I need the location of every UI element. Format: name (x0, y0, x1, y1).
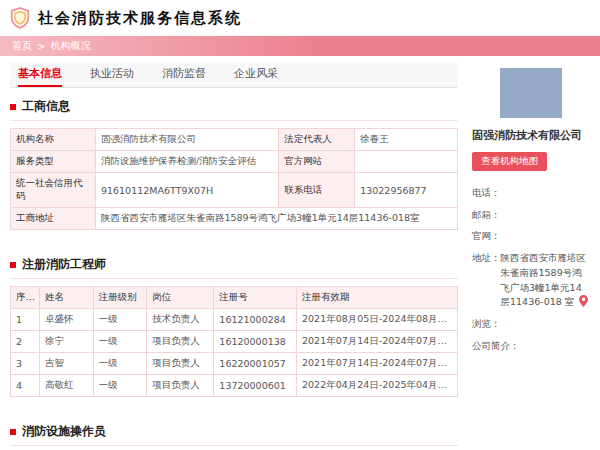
engineers-table: 序号姓名注册级别岗位注册号注册有效期1卓盛怀一级技术负责人16121000284… (10, 286, 458, 397)
address-value: 陕西省西安市雁塔区朱雀南路1589号鸿飞广场3幢1单元14层11436-018 … (501, 251, 591, 310)
company-logo (500, 68, 562, 118)
views-label: 浏览： (472, 317, 501, 332)
operators-section-header: 消防设施操作员 (10, 423, 458, 446)
column-header: 序号 (11, 287, 40, 309)
table-row: 服务类型消防设施维护保养检测/消防安全评估官方网站 (11, 151, 458, 173)
table-cell: 技术负责人 (147, 309, 214, 331)
breadcrumb: 首页 > 机构概况 (0, 36, 600, 56)
app-title: 社会消防技术服务信息系统 (38, 9, 242, 28)
table-cell: 消防设施维护保养检测/消防安全评估 (95, 151, 278, 173)
app-header: 社会消防技术服务信息系统 (0, 0, 600, 36)
main-content: 基本信息 执业活动 消防监督 企业风采 工商信息 机构名称固强消防技术有限公司法… (10, 62, 458, 450)
company-profile-field: 公司简介： (472, 339, 590, 354)
table-row: 2徐宁一级项目负责人161200001382021年07月14日-2024年07… (11, 331, 458, 353)
operators-section-title: 消防设施操作员 (22, 423, 106, 440)
section-bullet-icon (10, 104, 16, 110)
table-cell: 2 (11, 331, 40, 353)
table-row: 统一社会信用代码91610112MA6TT9X07H联系电话1302295687… (11, 173, 458, 208)
table-header-row: 序号姓名注册级别岗位注册号注册有效期 (11, 287, 458, 309)
table-cell: 2021年08月05日-2024年08月05日 (297, 309, 458, 331)
field-label-cell: 法定代表人 (279, 129, 355, 151)
map-pin-icon[interactable] (579, 295, 588, 307)
table-row: 4高敬红一级项目负责人137200006012022年04月24日-2025年0… (11, 375, 458, 397)
table-row: 机构名称固强消防技术有限公司法定代表人徐春王 (11, 129, 458, 151)
table-cell: 一级 (93, 375, 147, 397)
business-info-table: 机构名称固强消防技术有限公司法定代表人徐春王服务类型消防设施维护保养检测/消防安… (10, 128, 458, 230)
tab-bar: 基本信息 执业活动 消防监督 企业风采 (10, 62, 458, 88)
table-cell: 卓盛怀 (40, 309, 94, 331)
field-label-cell: 统一社会信用代码 (11, 173, 96, 208)
table-cell: 16220001057 (214, 353, 297, 375)
breadcrumb-separator: > (37, 41, 45, 52)
website-field: 官网： (472, 229, 590, 244)
email-field: 邮箱： (472, 208, 590, 223)
tab-basic-info[interactable]: 基本信息 (18, 62, 62, 87)
section-bullet-icon (10, 262, 16, 268)
table-row: 3吉智一级项目负责人162200010572021年07月14日-2024年07… (11, 353, 458, 375)
table-cell: 徐宁 (40, 331, 94, 353)
table-cell: 2021年07月14日-2024年07月14日 (297, 353, 458, 375)
breadcrumb-current: 机构概况 (50, 39, 90, 53)
table-cell: 2021年07月14日-2024年07月14日 (297, 331, 458, 353)
business-info-section: 工商信息 机构名称固强消防技术有限公司法定代表人徐春王服务类型消防设施维护保养检… (10, 98, 458, 230)
engineers-section: 注册消防工程师 序号姓名注册级别岗位注册号注册有效期1卓盛怀一级技术负责人161… (10, 256, 458, 397)
table-row: 1卓盛怀一级技术负责人161210002842021年08月05日-2024年0… (11, 309, 458, 331)
table-cell: 一级 (93, 309, 147, 331)
column-header: 姓名 (40, 287, 94, 309)
table-cell: 16120000138 (214, 331, 297, 353)
table-cell: 吉智 (40, 353, 94, 375)
shield-logo-icon (10, 7, 30, 29)
address-field: 地址： 陕西省西安市雁塔区朱雀南路1589号鸿飞广场3幢1单元14层11436-… (472, 251, 590, 310)
email-label: 邮箱： (472, 208, 501, 223)
engineers-section-header: 注册消防工程师 (10, 256, 458, 279)
website-label: 官网： (472, 229, 501, 244)
table-cell: 项目负责人 (147, 353, 214, 375)
tab-fire-supervision[interactable]: 消防监督 (162, 62, 206, 87)
operators-section: 消防设施操作员 序号姓名职业资格证书证书编号职业资格创建日期1戴文强四级/中级技… (10, 423, 458, 450)
table-cell: 一级 (93, 353, 147, 375)
field-label-cell: 机构名称 (11, 129, 96, 151)
table-row: 工商地址陕西省西安市雁塔区朱雀南路1589号鸿飞广场3幢1单元14层11436-… (11, 208, 458, 230)
address-text: 陕西省西安市雁塔区朱雀南路1589号鸿飞广场3幢1单元14层11436-018 … (501, 252, 587, 307)
phone-field: 电话： (472, 186, 590, 201)
phone-label: 电话： (472, 186, 501, 201)
table-cell: 16121000284 (214, 309, 297, 331)
table-cell: 项目负责人 (147, 375, 214, 397)
table-cell (355, 151, 458, 173)
table-cell: 固强消防技术有限公司 (95, 129, 278, 151)
column-header: 岗位 (147, 287, 214, 309)
column-header: 注册级别 (93, 287, 147, 309)
field-label-cell: 工商地址 (11, 208, 96, 230)
company-name: 固强消防技术有限公司 (472, 128, 590, 144)
column-header: 注册号 (214, 287, 297, 309)
tab-company-gallery[interactable]: 企业风采 (234, 62, 278, 87)
table-cell: 项目负责人 (147, 331, 214, 353)
section-bullet-icon (10, 429, 16, 435)
table-cell: 陕西省西安市雁塔区朱雀南路1589号鸿飞广场3幢1单元14层11436-018室 (95, 208, 457, 230)
tab-practice-activities[interactable]: 执业活动 (90, 62, 134, 87)
sidebar: 固强消防技术有限公司 查看机构地图 电话： 邮箱： 官网： 地址： 陕西省西安市… (472, 62, 590, 353)
view-map-button[interactable]: 查看机构地图 (472, 152, 547, 171)
company-profile-label: 公司简介： (472, 339, 520, 354)
table-cell: 13720000601 (214, 375, 297, 397)
business-info-section-header: 工商信息 (10, 98, 458, 121)
table-cell: 3 (11, 353, 40, 375)
views-field: 浏览： (472, 317, 590, 332)
field-label-cell: 服务类型 (11, 151, 96, 173)
table-cell: 4 (11, 375, 40, 397)
business-info-section-title: 工商信息 (22, 98, 70, 115)
table-cell: 2022年04月24日-2025年04月24日 (297, 375, 458, 397)
main-layout: 基本信息 执业活动 消防监督 企业风采 工商信息 机构名称固强消防技术有限公司法… (0, 56, 600, 450)
table-cell: 高敬红 (40, 375, 94, 397)
address-label: 地址： (472, 251, 501, 310)
table-cell: 一级 (93, 331, 147, 353)
table-cell: 徐春王 (355, 129, 458, 151)
column-header: 注册有效期 (297, 287, 458, 309)
table-cell: 1 (11, 309, 40, 331)
engineers-section-title: 注册消防工程师 (22, 256, 106, 273)
field-label-cell: 联系电话 (279, 173, 355, 208)
field-label-cell: 官方网站 (279, 151, 355, 173)
breadcrumb-home[interactable]: 首页 (12, 39, 32, 53)
table-cell: 91610112MA6TT9X07H (95, 173, 278, 208)
table-cell: 13022956877 (355, 173, 458, 208)
